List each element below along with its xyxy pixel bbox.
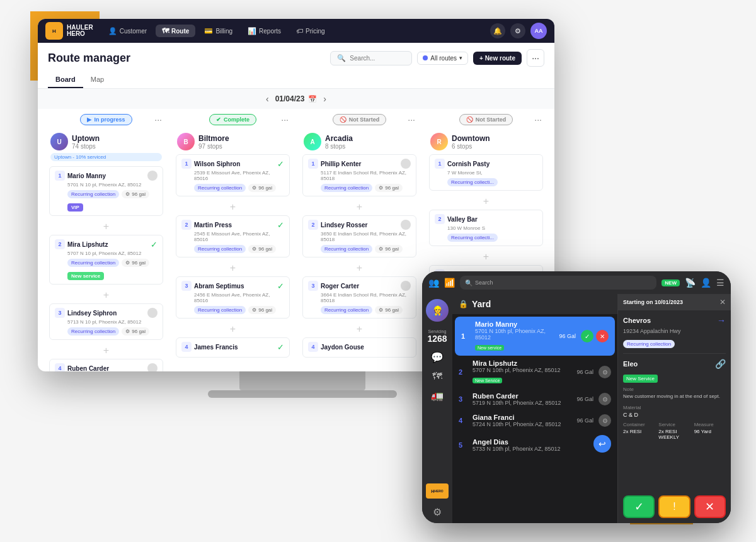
stop-card[interactable]: 1 Phillip Kenter 5117 E Indian School Rd… xyxy=(302,154,416,196)
column-more-arcadia[interactable]: ··· xyxy=(408,115,415,125)
more-options-button[interactable]: ··· xyxy=(527,49,544,67)
stop-options-btn[interactable]: ⚙ xyxy=(598,414,611,427)
detail-arrow-icon[interactable]: → xyxy=(717,315,726,325)
user-avatar[interactable]: AA xyxy=(530,23,547,39)
tablet-chat-icon[interactable]: 💬 xyxy=(431,351,444,363)
undo-button[interactable]: ↩ xyxy=(593,435,611,453)
tablet-menu-icon[interactable]: ☰ xyxy=(716,278,724,288)
settings-button[interactable]: ⚙ xyxy=(510,23,525,38)
search-box[interactable]: 🔍 xyxy=(330,51,412,65)
stop-card[interactable]: 1 Mario Manny 5701 N 10 pl, Phoenix AZ, … xyxy=(49,166,163,216)
tablet-truck-icon[interactable]: 🚛 xyxy=(431,390,444,402)
nav-reports[interactable]: 📊 Reports xyxy=(241,25,287,38)
stop-card[interactable]: 2 Valley Bar 130 W Monroe S Recurring co… xyxy=(429,210,543,246)
tablet-stop-item[interactable]: 1 Mario Manny 5701 N 10th pl, Phoenix AZ… xyxy=(455,317,615,356)
lock-icon: 🔒 xyxy=(459,300,468,308)
monitor-base xyxy=(208,390,397,398)
column-body-biltmore[interactable]: 1 Wilson Siphron ✓ 2539 E Missouri Ave, … xyxy=(172,152,294,371)
page-header: Route manager 🔍 All routes ▾ + New route… xyxy=(38,43,554,89)
tab-board[interactable]: Board xyxy=(48,72,83,88)
column-header-biltmore: ✔ Complete ··· xyxy=(172,109,294,130)
add-stop[interactable]: + xyxy=(302,199,416,215)
vip-tag: VIP xyxy=(67,203,83,212)
add-stop[interactable]: + xyxy=(429,193,543,210)
stop-card[interactable]: 3 Roger Carter 3664 E Indian School Rd, … xyxy=(302,276,416,319)
notifications-button[interactable]: 🔔 xyxy=(490,23,505,38)
add-stop[interactable]: + xyxy=(302,321,416,337)
tablet-settings-icon[interactable]: ⚙ xyxy=(433,506,442,518)
detail-link-icon[interactable]: 🔗 xyxy=(715,359,726,369)
tablet-map-icon[interactable]: 🗺 xyxy=(432,371,442,382)
calendar-icon[interactable]: 📅 xyxy=(308,95,317,103)
stop-card[interactable]: 3 Lindsey Siphron 5713 N 10 pl, Phoenix … xyxy=(49,303,163,340)
route-avatar-downtown: R xyxy=(430,133,448,150)
stop-card[interactable]: 1 Wilson Siphron ✓ 2539 E Missouri Ave, … xyxy=(176,154,290,196)
stop-card[interactable]: 2 Lindsey Rosser 3650 E Indian School Rd… xyxy=(302,215,416,257)
add-stop[interactable]: + xyxy=(429,249,543,265)
right-panel-close-btn[interactable]: ✕ xyxy=(719,298,726,307)
column-more-uptown[interactable]: ··· xyxy=(154,115,162,125)
tablet: 👥 📶 🔍 Search NEW 📡 👤 ☰ 👷 Servicing 1268 … xyxy=(422,271,731,523)
nav-billing[interactable]: 💳 Billing xyxy=(198,25,239,38)
stop-card[interactable]: 2 Mira Lipshutz ✓ 5707 N 10 pl, Phoenix … xyxy=(49,235,163,285)
tablet-stop-item[interactable]: 3 Ruben Carder 5719 N 10th Pl, Phoenix A… xyxy=(452,388,617,410)
new-service-tag: New service xyxy=(475,345,504,351)
add-stop[interactable]: + xyxy=(176,260,290,276)
action-confirm-button[interactable]: ✓ xyxy=(623,495,655,518)
add-stop[interactable]: + xyxy=(49,287,163,303)
tablet-stop-item[interactable]: 4 Giana Franci 5724 N 10th Pl, Phoenix A… xyxy=(452,410,617,431)
column-more-downtown[interactable]: ··· xyxy=(534,115,542,125)
tablet-stop-item[interactable]: 2 Mira Lipshutz 5707 N 10th pl, Phoenix … xyxy=(452,356,617,388)
column-more-biltmore[interactable]: ··· xyxy=(281,115,289,125)
stop-icon xyxy=(401,281,411,291)
page-title: Route manager xyxy=(48,52,130,65)
check-circle-icon: ✔ xyxy=(216,116,221,123)
right-panel-footer: ✓ ! ✕ xyxy=(618,490,731,523)
gal-badge: ⚙ 96 gal xyxy=(122,190,149,198)
nav-pricing[interactable]: 🏷 Pricing xyxy=(290,25,331,37)
stop-card[interactable]: 4 Jaydon Gouse xyxy=(302,337,416,358)
add-stop[interactable]: + xyxy=(302,260,416,276)
column-body-arcadia[interactable]: 1 Phillip Kenter 5117 E Indian School Rd… xyxy=(299,152,420,371)
nav-route[interactable]: 🗺 Route xyxy=(156,25,195,37)
search-input[interactable] xyxy=(350,55,406,62)
date-next-button[interactable]: › xyxy=(323,94,326,104)
confirm-stop-btn[interactable]: ✓ xyxy=(581,330,593,342)
route-info-biltmore: B Biltmore 97 stops xyxy=(172,130,294,152)
stop-card[interactable]: 1 Cornish Pasty 7 W Monroe St, Recurring… xyxy=(429,154,543,191)
stop-card[interactable]: 4 James Francis ✓ xyxy=(176,337,290,358)
add-stop[interactable]: + xyxy=(176,199,290,215)
add-stop[interactable]: + xyxy=(49,218,163,235)
status-badge-not-started-2: 🚫 Not Started xyxy=(459,114,513,125)
stop-card[interactable]: 4 Ruben Carder xyxy=(49,359,163,371)
action-reject-button[interactable]: ✕ xyxy=(694,495,726,518)
recurring-tag: Recurring collection xyxy=(67,259,119,267)
route-icon: 🗺 xyxy=(162,27,169,35)
action-warn-button[interactable]: ! xyxy=(658,495,690,518)
tablet-signal-icon: 📡 xyxy=(685,278,696,288)
tablet-stop-list[interactable]: 1 Mario Manny 5701 N 10th pl, Phoenix AZ… xyxy=(452,314,617,523)
new-route-button[interactable]: + New route xyxy=(473,52,522,65)
page-actions: 🔍 All routes ▾ + New route ··· xyxy=(330,49,544,67)
route-info-downtown: R Downtown 6 stops xyxy=(425,130,547,152)
stop-card[interactable]: 3 Abram Septimus ✓ 2456 E Missouri Ave, … xyxy=(176,276,290,319)
add-stop[interactable]: + xyxy=(49,342,163,359)
stop-options-btn[interactable]: ⚙ xyxy=(598,393,611,405)
stop-options-btn[interactable]: ⚙ xyxy=(598,366,611,378)
not-started-icon: 🚫 xyxy=(340,116,346,123)
new-service-tag: New service xyxy=(67,272,104,280)
column-body-uptown[interactable]: 1 Mario Manny 5701 N 10 pl, Phoenix AZ, … xyxy=(45,164,167,371)
stop-card[interactable]: 2 Martin Press ✓ 2545 E Missouri Ave, Ph… xyxy=(176,215,290,257)
filter-button[interactable]: All routes ▾ xyxy=(417,52,468,65)
tablet-sidebar: 👷 Servicing 1268 💬 🗺 🚛 HHERO ⚙ xyxy=(422,294,452,523)
tablet-search-box[interactable]: 🔍 Search xyxy=(460,276,656,290)
nav-customer[interactable]: 👤 Customer xyxy=(102,25,153,38)
stop-icon xyxy=(147,363,158,371)
date-prev-button[interactable]: ‹ xyxy=(266,94,269,104)
add-stop[interactable]: + xyxy=(176,321,290,337)
tablet-stop-item[interactable]: 5 Angel Dias 5733 N 10th pl, Phoenix AZ,… xyxy=(452,431,617,459)
reject-stop-btn[interactable]: ✕ xyxy=(596,330,609,342)
billing-icon: 💳 xyxy=(204,27,213,35)
tab-map[interactable]: Map xyxy=(83,72,112,88)
new-service-tag: New Service xyxy=(472,378,502,383)
